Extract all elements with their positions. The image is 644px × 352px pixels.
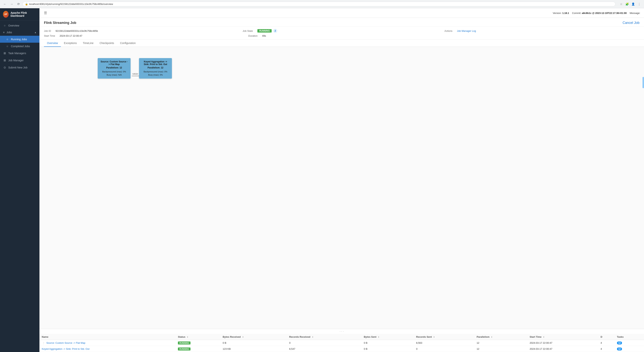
graph-node-sink[interactable]: Keyed Aggregation -> Sink: Print to Std.… xyxy=(139,58,172,79)
graph-node-source[interactable]: Source: Custom Source -> Flat Map Parall… xyxy=(98,58,130,79)
overview-icon: ○ xyxy=(3,24,6,27)
row2-records-received: 8,547 xyxy=(287,346,362,352)
row1-parallelism: 12 xyxy=(474,340,527,346)
sidebar-item-running-jobs[interactable]: ○ Running Jobs xyxy=(0,36,40,43)
refresh-button[interactable]: ⟳ xyxy=(16,2,21,7)
job-state-count: 2 xyxy=(273,29,277,33)
col-bytes-sent[interactable]: Bytes Sent ⇕ xyxy=(362,334,414,340)
sidebar-item-completed-jobs[interactable]: ○ Completed Jobs xyxy=(0,43,40,50)
running-jobs-icon: ○ xyxy=(6,38,9,41)
topbar: ☰ Version: 1.18.1 Commit: a8c8b1c @ 2023… xyxy=(40,8,644,18)
start-time-value: 2024-03-17 22:00:47 xyxy=(60,35,244,37)
table-body: ⋮ Source: Custom Source -> Flat Map RUNN… xyxy=(40,340,644,352)
sidebar-label-completed-jobs: Completed Jobs xyxy=(11,45,30,48)
tab-timeline[interactable]: TimeLine xyxy=(80,40,96,47)
col-duration: D xyxy=(598,334,615,340)
job-state-badge: RUNNING xyxy=(257,29,272,33)
profile-button[interactable]: 👤 xyxy=(630,2,636,7)
actions-label: Actions xyxy=(444,30,452,32)
scroll-indicator xyxy=(642,77,644,88)
sidebar-item-submit-new-job[interactable]: ⊙ Submit New Job xyxy=(0,64,40,71)
job-id-label: Job ID xyxy=(44,30,51,32)
node-sink-stat2: Busy (max): 0% xyxy=(142,73,169,77)
tab-overview[interactable]: Overview xyxy=(44,40,61,47)
row2-start-time: 2024-03-17 22:00:47 xyxy=(527,346,598,352)
sidebar: AF Apache Flink Dashboard ○ Overview ≡ J… xyxy=(0,8,40,352)
tab-exceptions[interactable]: Exceptions xyxy=(61,40,80,47)
col-records-sent[interactable]: Records Sent ⇕ xyxy=(414,334,474,340)
tab-configuration[interactable]: Configuration xyxy=(117,40,139,47)
row2-duration: 4 xyxy=(598,346,615,352)
bytes-received-sort-icon: ⇕ xyxy=(242,336,244,338)
row2-records-sent: 0 xyxy=(414,346,474,352)
jobs-table-container: · · · Name Status ⇕ Bytes Received ⇕ xyxy=(40,329,644,352)
job-manager-log-link[interactable]: Job Manager Log xyxy=(457,30,640,32)
menu-button[interactable]: ⋮ xyxy=(636,2,642,7)
sidebar-item-task-managers[interactable]: ⊞ Task Managers xyxy=(0,50,40,57)
jobs-chevron-icon: ▲ xyxy=(34,31,36,34)
parallelism-sort-icon: ⇕ xyxy=(491,336,492,338)
node-source-stat2: Busy (max): N/A xyxy=(100,73,128,77)
page-title: Flink Streaming Job xyxy=(44,21,76,25)
row2-bytes-sent: 0 B xyxy=(362,346,414,352)
sidebar-label-submit-new-job: Submit New Job xyxy=(8,66,28,69)
sidebar-label-overview: Overview xyxy=(8,24,19,27)
row1-name-link[interactable]: Source: Custom Source -> Flat Map xyxy=(46,341,86,344)
graph-area[interactable]: HASH Source: Custom Source -> Flat Map P… xyxy=(40,47,644,329)
row1-name: ⋮ Source: Custom Source -> Flat Map xyxy=(40,340,176,346)
hamburger-button[interactable]: ☰ xyxy=(43,10,48,16)
table-row: ⋮ Source: Custom Source -> Flat Map RUNN… xyxy=(40,340,644,346)
main-content: ☰ Version: 1.18.1 Commit: a8c8b1c @ 2023… xyxy=(40,8,644,352)
back-button[interactable]: ← xyxy=(2,2,8,7)
browser-chrome: ← → ⟳ 🔒 localhost:8081/#/job/running/921… xyxy=(0,0,644,8)
col-name: Name xyxy=(40,334,176,340)
page-header: Flink Streaming Job Cancel Job xyxy=(40,18,644,27)
row1-status: RUNNING xyxy=(176,340,220,346)
address-bar[interactable]: 🔒 localhost:8081/#/job/running/92158122d… xyxy=(22,2,616,7)
row1-menu-icon[interactable]: ⋮ xyxy=(42,341,46,344)
row2-status-badge: RUNNING xyxy=(178,347,190,350)
commit-info: Commit: a8c8b1c @ 2023-12-19T22:17:36+01… xyxy=(572,12,627,15)
col-parallelism[interactable]: Parallelism ⇕ xyxy=(474,334,527,340)
graph-svg: HASH xyxy=(40,47,644,118)
sidebar-item-job-manager[interactable]: ⊞ Job Manager xyxy=(0,57,40,64)
sidebar-label-jobs: Jobs xyxy=(6,31,12,34)
graph-canvas: HASH Source: Custom Source -> Flat Map P… xyxy=(40,47,644,118)
sidebar-label-running-jobs: Running Jobs xyxy=(11,38,27,41)
completed-jobs-icon: ○ xyxy=(6,45,9,48)
node-sink-stat1: Backpressured (max): 0% xyxy=(142,70,169,73)
row1-status-badge: RUNNING xyxy=(178,341,190,344)
row1-bytes-sent: 0 B xyxy=(362,340,414,346)
extensions-button[interactable]: 🧩 xyxy=(624,2,630,7)
node-sink-title: Keyed Aggregation -> Sink: Print to Std.… xyxy=(142,60,169,66)
col-tasks: Tasks xyxy=(615,334,644,340)
topbar-info: Version: 1.18.1 Commit: a8c8b1c @ 2023-1… xyxy=(553,12,640,15)
row1-tasks: 12 xyxy=(615,340,644,346)
col-bytes-received[interactable]: Bytes Received ⇕ xyxy=(220,334,287,340)
sidebar-label-task-managers: Task Managers xyxy=(8,52,26,55)
col-start-time[interactable]: Start Time ⇕ xyxy=(527,334,598,340)
forward-button[interactable]: → xyxy=(9,2,14,7)
jobs-submenu: ○ Running Jobs ○ Completed Jobs xyxy=(0,36,40,50)
tab-checkpoints[interactable]: Checkpoints xyxy=(96,40,117,47)
cancel-job-button[interactable]: Cancel Job xyxy=(622,21,640,25)
sidebar-nav: ○ Overview ≡ Jobs ▲ ○ Running Jobs ○ Com… xyxy=(0,21,40,352)
row2-status: RUNNING xyxy=(176,346,220,352)
node-sink-parallelism: Parallelism: 12 xyxy=(142,66,169,69)
sidebar-item-jobs[interactable]: ≡ Jobs ▲ xyxy=(0,29,40,36)
node-source-stat1: Backpressured (max): 0% xyxy=(100,70,128,73)
col-records-received[interactable]: Records Received ⇕ xyxy=(287,334,362,340)
job-id-value: 92158122dde930331c10e3fc758c485b xyxy=(56,30,238,32)
row1-records-sent: 8,563 xyxy=(414,340,474,346)
row1-bytes-received: 0 B xyxy=(220,340,287,346)
col-status[interactable]: Status ⇕ xyxy=(176,334,220,340)
job-info-section: Job ID 92158122dde930331c10e3fc758c485b … xyxy=(40,27,644,40)
job-state-container: RUNNING 2 xyxy=(257,29,440,33)
job-manager-icon: ⊞ xyxy=(3,59,6,62)
bookmark-button[interactable]: ☆ xyxy=(618,2,624,7)
ellipsis-row: · · · xyxy=(40,329,644,334)
row1-records-received: 0 xyxy=(287,340,362,346)
sidebar-item-overview[interactable]: ○ Overview xyxy=(0,22,40,29)
lock-icon: 🔒 xyxy=(25,3,28,6)
row2-name-link[interactable]: Keyed Aggregation -> Sink: Print to Std.… xyxy=(42,347,90,350)
